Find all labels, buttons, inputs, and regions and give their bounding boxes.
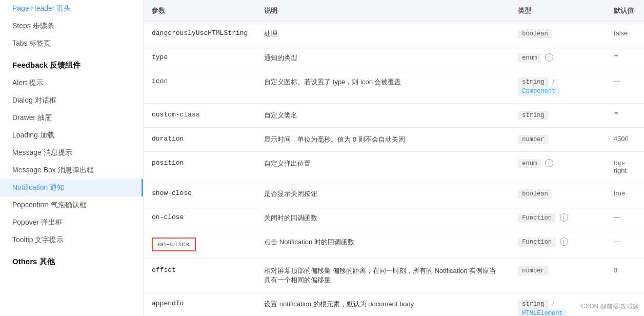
table-row: appendTo 设置 notification 的根元素，默认为 docume… bbox=[144, 292, 644, 317]
param-name: show-close bbox=[144, 182, 256, 206]
sidebar-item-messagebox[interactable]: Message Box 消息弹出框 bbox=[0, 162, 143, 179]
param-default: 0 bbox=[606, 259, 644, 292]
sidebar-item-drawer[interactable]: Drawer 抽屉 bbox=[0, 109, 143, 127]
info-icon[interactable]: i bbox=[545, 53, 553, 62]
sidebar-item-steps[interactable]: Steps 步骤条 bbox=[0, 17, 143, 35]
param-type: Function i bbox=[510, 230, 605, 259]
param-name: appendTo bbox=[144, 292, 256, 317]
table-row: offset 相对屏幕顶部的偏移量 偏移的距离，在同一时刻，所有的 Notifi… bbox=[144, 259, 644, 292]
sidebar-item-alert[interactable]: Alert 提示 bbox=[0, 74, 143, 92]
param-default: top-right bbox=[606, 152, 644, 182]
watermark: CSDN @前端.攻城狮 bbox=[581, 302, 639, 311]
table-row: dangerouslyUseHTMLString 处理 boolean fals… bbox=[144, 22, 644, 46]
param-desc: 显示时间，单位为毫秒。值为 0 则不会自动关闭 bbox=[256, 128, 510, 152]
table-row-highlighted: on-click 点击 Notification 时的回调函数 Function… bbox=[144, 230, 644, 259]
param-default: true bbox=[606, 182, 644, 206]
sidebar-item-notification[interactable]: Notification 通知 bbox=[0, 179, 143, 196]
feedback-section-title: Feedback 反馈组件 bbox=[0, 52, 143, 74]
param-default: — bbox=[606, 70, 644, 104]
sidebar-item-dialog[interactable]: Dialog 对话框 bbox=[0, 92, 143, 109]
table-row: icon 自定义图标。若设置了 type，则 icon 会被覆盖 string … bbox=[144, 70, 644, 104]
param-desc: 自定义弹出位置 bbox=[256, 152, 510, 182]
param-type: boolean bbox=[510, 182, 605, 206]
param-desc: 相对屏幕顶部的偏移量 偏移的距离，在同一时刻，所有的 Notification … bbox=[256, 259, 510, 292]
param-type: string / Component bbox=[510, 70, 605, 104]
param-type: number bbox=[510, 128, 605, 152]
table-row: type 通知的类型 enum i "" bbox=[144, 46, 644, 70]
param-name: position bbox=[144, 152, 256, 182]
param-desc: 设置 notification 的根元素，默认为 document.body bbox=[256, 292, 510, 317]
param-default: — bbox=[606, 230, 644, 259]
param-default: 4500 bbox=[606, 128, 644, 152]
param-name: type bbox=[144, 46, 256, 70]
param-name: custom-class bbox=[144, 104, 256, 128]
sidebar-item-popover[interactable]: Popover 弹出框 bbox=[0, 214, 143, 231]
info-icon[interactable]: i bbox=[560, 213, 568, 222]
table-row: position 自定义弹出位置 enum i top-right bbox=[144, 152, 644, 182]
param-default: false bbox=[606, 22, 644, 46]
table-row: on-close 关闭时的回调函数 Function i — bbox=[144, 206, 644, 230]
col-type: 类型 bbox=[510, 0, 605, 22]
param-default: — bbox=[606, 206, 644, 230]
param-desc: 自定义类名 bbox=[256, 104, 510, 128]
sidebar: Page Header 页头 Steps 步骤条 Tabs 标签页 Feedba… bbox=[0, 0, 144, 316]
sidebar-item-message[interactable]: Message 消息提示 bbox=[0, 144, 143, 162]
param-name: duration bbox=[144, 128, 256, 152]
param-name: offset bbox=[144, 259, 256, 292]
params-table: 参数 说明 类型 默认值 dangerouslyUseHTMLString 处理… bbox=[144, 0, 644, 316]
param-type: string bbox=[510, 104, 605, 128]
param-type: enum i bbox=[510, 152, 605, 182]
sidebar-item-loading[interactable]: Loading 加载 bbox=[0, 127, 143, 144]
param-desc: 点击 Notification 时的回调函数 bbox=[256, 230, 510, 259]
sidebar-item-page-header[interactable]: Page Header 页头 bbox=[0, 0, 143, 17]
sidebar-item-popconfirm[interactable]: Popconfirm 气泡确认框 bbox=[0, 196, 143, 214]
param-name: on-close bbox=[144, 206, 256, 230]
main-content: 参数 说明 类型 默认值 dangerouslyUseHTMLString 处理… bbox=[144, 0, 644, 316]
param-desc: 通知的类型 bbox=[256, 46, 510, 70]
table-row: show-close 是否显示关闭按钮 boolean true bbox=[144, 182, 644, 206]
others-section-title: Others 其他 bbox=[0, 249, 143, 271]
col-default: 默认值 bbox=[606, 0, 644, 22]
param-desc: 是否显示关闭按钮 bbox=[256, 182, 510, 206]
param-type: number bbox=[510, 259, 605, 292]
on-click-highlight: on-click bbox=[152, 238, 196, 251]
param-desc: 自定义图标。若设置了 type，则 icon 会被覆盖 bbox=[256, 70, 510, 104]
param-desc: 处理 bbox=[256, 22, 510, 46]
param-name-highlighted: on-click bbox=[144, 230, 256, 259]
table-row: custom-class 自定义类名 string "" bbox=[144, 104, 644, 128]
sidebar-item-tooltip[interactable]: Tooltip 文字提示 bbox=[0, 231, 143, 249]
param-desc: 关闭时的回调函数 bbox=[256, 206, 510, 230]
param-name: icon bbox=[144, 70, 256, 104]
info-icon[interactable]: i bbox=[545, 159, 553, 167]
table-row: duration 显示时间，单位为毫秒。值为 0 则不会自动关闭 number … bbox=[144, 128, 644, 152]
info-icon[interactable]: i bbox=[560, 238, 568, 246]
sidebar-item-tabs[interactable]: Tabs 标签页 bbox=[0, 35, 143, 52]
col-desc: 说明 bbox=[256, 0, 510, 22]
col-param: 参数 bbox=[144, 0, 256, 22]
param-name: dangerouslyUseHTMLString bbox=[144, 22, 256, 46]
param-default: "" bbox=[606, 104, 644, 128]
param-default: "" bbox=[606, 46, 644, 70]
param-type: Function i bbox=[510, 206, 605, 230]
param-type: enum i bbox=[510, 46, 605, 70]
param-type: boolean bbox=[510, 22, 605, 46]
